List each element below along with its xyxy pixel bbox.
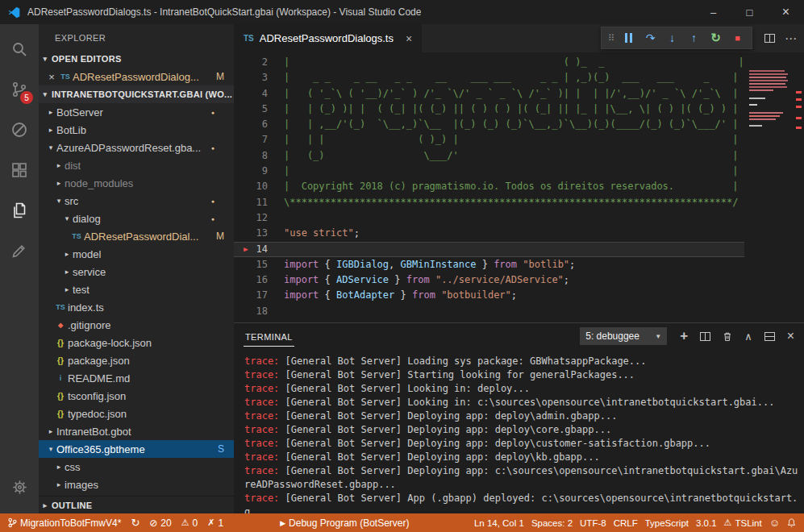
status-item-3-0-1[interactable]: 3.0.1 — [696, 518, 717, 528]
close-button[interactable]: × — [768, 0, 804, 24]
debug-icon[interactable] — [0, 110, 39, 150]
code-line-9[interactable]: 9| | — [234, 164, 744, 179]
line-number[interactable]: 7 — [234, 132, 284, 148]
search-icon[interactable] — [0, 29, 39, 69]
tree-item-css[interactable]: ▸css — [39, 458, 234, 476]
explorer-icon[interactable] — [0, 190, 39, 231]
line-number[interactable]: 15 — [234, 257, 284, 272]
tree-item-index-ts[interactable]: TSindex.ts — [39, 298, 234, 316]
outline-header[interactable]: ▸ OUTLINE — [39, 496, 234, 513]
tree-item-azureadpasswordreset-gba[interactable]: ▾AzureADPasswordReset.gba...● — [39, 139, 234, 156]
line-number[interactable]: 3 — [234, 70, 284, 85]
line-number[interactable]: 2 — [234, 55, 284, 70]
panel-layout-icon[interactable] — [764, 332, 775, 341]
minimap[interactable] — [744, 52, 793, 322]
split-editor-icon[interactable] — [764, 31, 775, 46]
tree-item-tsconfig-json[interactable]: {}tsconfig.json — [39, 387, 234, 405]
status-item-migrationtobotfmwv4[interactable]: MigrationToBotFmwV4* — [8, 517, 121, 529]
code-editor[interactable]: 2| ( )_ _ |3| _ _ _ __ _ _ __ ___ ___ _ … — [234, 52, 804, 322]
tab-close-icon[interactable]: × — [406, 32, 412, 45]
line-number[interactable]: 13 — [234, 226, 284, 241]
line-number[interactable]: 18 — [234, 304, 284, 319]
line-number[interactable]: 10 — [234, 179, 284, 194]
code-line-8[interactable]: 8| (_) \___/' | — [234, 148, 744, 164]
status-item-bell[interactable] — [787, 517, 796, 528]
open-editors-header[interactable]: ▾ OPEN EDITORS — [39, 50, 234, 68]
status-item-0[interactable]: ⚠0 — [181, 517, 198, 529]
tree-item-typedoc-json[interactable]: {}typedoc.json — [39, 405, 234, 422]
status-item-crlf[interactable]: CRLF — [614, 518, 638, 528]
code-line-4[interactable]: 4| ( '_`\ ( '__)/'_` ) /'_ `\/' _ ` _ `\… — [234, 86, 744, 102]
code-line-18[interactable]: 18 — [234, 304, 744, 319]
open-editor-item[interactable]: ×TSADResetPasswordDialog...M — [39, 68, 234, 85]
tree-item-adresetpassworddial[interactable]: TSADResetPasswordDial...M — [39, 227, 234, 245]
tree-item-node-modules[interactable]: ▸node_modules — [39, 174, 234, 192]
restart-button[interactable]: ↻ — [705, 28, 727, 48]
line-number[interactable]: 5 — [234, 102, 284, 117]
workspace-header[interactable]: ▾ INTRANETBOTQUICKSTART.GBAI (WO... — [39, 85, 234, 103]
tab-adresetpassworddialogs[interactable]: TS ADResetPasswordDialogs.ts × — [234, 24, 422, 52]
code-line-12[interactable]: 12 — [234, 210, 744, 226]
tab-terminal[interactable]: TERMINAL — [244, 326, 294, 347]
status-item-tslint[interactable]: ⚠TSLint — [724, 517, 762, 528]
terminal-output[interactable]: trace: [General Bot Server] Loading sys … — [234, 349, 804, 513]
tree-item-gitignore[interactable]: ◆.gitignore — [39, 316, 234, 334]
maximize-button[interactable]: □ — [731, 0, 768, 24]
line-number[interactable]: 16 — [234, 272, 284, 288]
tree-item-readme-md[interactable]: iREADME.md — [39, 369, 234, 387]
source-control-icon[interactable]: 5 — [0, 69, 39, 110]
tree-item-botserver[interactable]: ▸BotServer● — [39, 103, 234, 121]
settings-gear-icon[interactable] — [0, 467, 39, 507]
line-number[interactable]: 8 — [234, 148, 284, 164]
code-line-17[interactable]: 17import { BotAdapter } from "botbuilder… — [234, 288, 744, 303]
code-line-10[interactable]: 10| Copyright 2018 (c) pragmatismo.io. T… — [234, 179, 744, 194]
drag-grip-icon[interactable]: ⠿ — [605, 28, 618, 48]
line-number[interactable]: 4 — [234, 86, 284, 102]
status-item-ln-14-col-1[interactable]: Ln 14, Col 1 — [474, 518, 524, 528]
overview-ruler[interactable] — [793, 52, 804, 322]
split-terminal-icon[interactable] — [700, 332, 710, 341]
step-out-button[interactable]: ↑ — [683, 28, 705, 48]
status-item-utf-8[interactable]: UTF-8 — [580, 518, 606, 528]
status-item-smiley[interactable]: ☺ — [769, 517, 780, 529]
tree-item-service[interactable]: ▸service — [39, 263, 234, 281]
edit-icon[interactable] — [0, 231, 39, 271]
status-item-typescript[interactable]: TypeScript — [645, 518, 689, 528]
line-number[interactable]: 9 — [234, 164, 284, 179]
tree-item-test[interactable]: ▸test — [39, 281, 234, 298]
status-item-20[interactable]: ⊘20 — [149, 517, 171, 529]
tree-item-office365-gbtheme[interactable]: ▾Office365.gbthemeS — [39, 440, 234, 458]
code-line-14[interactable]: 14▶ — [234, 242, 744, 257]
code-line-16[interactable]: 16import { ADService } from "../service/… — [234, 272, 744, 288]
new-terminal-icon[interactable]: + — [680, 328, 688, 344]
stop-button[interactable]: ■ — [727, 28, 748, 48]
code-line-3[interactable]: 3| _ _ _ __ _ _ __ ___ ___ _ _ | ,_)(_) … — [234, 70, 744, 85]
step-over-button[interactable]: ↷ — [639, 28, 661, 48]
line-number[interactable]: 17 — [234, 288, 284, 303]
more-actions-icon[interactable]: ⋯ — [785, 31, 798, 46]
status-item-sync[interactable]: ↻ — [131, 517, 140, 529]
tree-item-model[interactable]: ▸model — [39, 245, 234, 263]
code-line-6[interactable]: 6| | ,__/'(_) `\__,_)`\__ |(_) (_) (_)`\… — [234, 117, 744, 132]
pause-button[interactable] — [618, 28, 639, 48]
tree-item-src[interactable]: ▾src● — [39, 192, 234, 210]
terminal-selector[interactable]: 5: debuggee ▼ — [580, 327, 667, 345]
code-line-7[interactable]: 7| | | ( )_) | | — [234, 132, 744, 148]
status-item-spaces-2[interactable]: Spaces: 2 — [531, 518, 573, 528]
tree-item-botlib[interactable]: ▸BotLib — [39, 121, 234, 139]
minimize-button[interactable]: – — [695, 0, 731, 24]
tree-item-package-json[interactable]: {}package.json — [39, 351, 234, 369]
kill-terminal-icon[interactable] — [723, 331, 732, 342]
step-into-button[interactable]: ↓ — [661, 28, 683, 48]
close-panel-icon[interactable]: × — [787, 329, 794, 343]
close-icon[interactable]: × — [45, 71, 58, 83]
tree-item-images[interactable]: ▸images — [39, 476, 234, 493]
code-line-5[interactable]: 5| | (_) )| | ( (_| |( (_) || ( ) ( ) |(… — [234, 102, 744, 117]
code-line-2[interactable]: 2| ( )_ _ | — [234, 55, 744, 70]
line-number[interactable]: 14▶ — [234, 242, 284, 257]
line-number[interactable]: 6 — [234, 117, 284, 132]
code-line-13[interactable]: 13"use strict"; — [234, 226, 744, 241]
code-line-11[interactable]: 11\*************************************… — [234, 195, 744, 210]
line-number[interactable]: 12 — [234, 210, 284, 226]
tree-item-intranetbot-gbot[interactable]: ▸IntranetBot.gbot — [39, 422, 234, 440]
